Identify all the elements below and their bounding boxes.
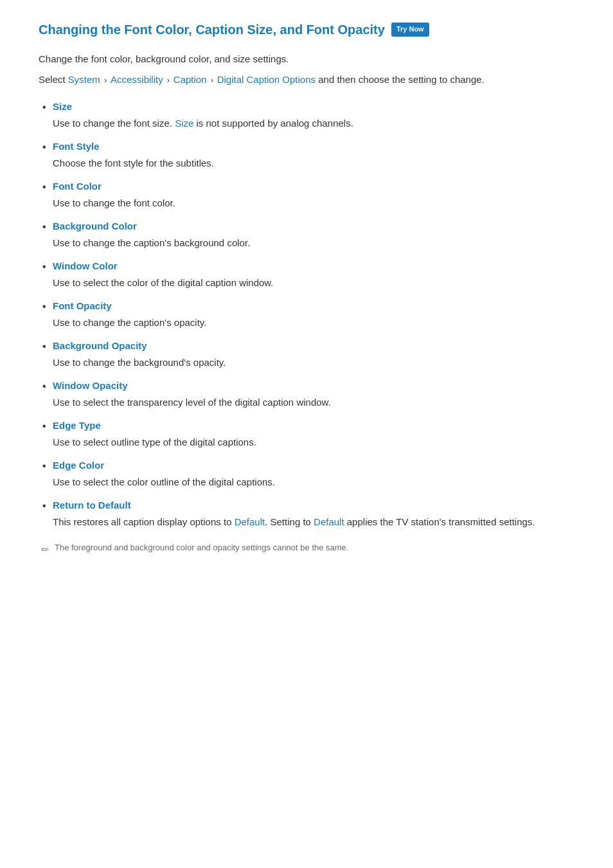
item-title[interactable]: Font Color [53,179,574,194]
intro-text: Change the font color, background color,… [39,51,574,67]
caption-link[interactable]: Caption [173,74,207,85]
list-item: Background Color Use to change the capti… [39,219,574,251]
pencil-icon: ✏ [41,542,49,557]
accessibility-link[interactable]: Accessibility [111,74,163,85]
list-item: Font Opacity Use to change the caption's… [39,298,574,330]
item-desc: Use to select the transparency level of … [53,395,574,410]
list-item: Window Opacity Use to select the transpa… [39,378,574,410]
default-link-2[interactable]: Default [314,516,344,527]
item-desc: Use to change the font color. [53,195,574,211]
items-list: Size Use to change the font size. Size i… [39,99,574,530]
item-desc: Choose the font style for the subtitles. [53,156,574,171]
item-desc: Use to change the caption's background c… [53,235,574,251]
page-title-text: Changing the Font Color, Caption Size, a… [39,19,385,40]
page-container: Changing the Font Color, Caption Size, a… [39,19,574,557]
item-desc: This restores all caption display option… [53,514,574,530]
item-desc: Use to change the background's opacity. [53,355,574,370]
list-item: Edge Color Use to select the color outli… [39,458,574,490]
item-desc: Use to change the font size. Size is not… [53,116,574,131]
list-item: Return to Default This restores all capt… [39,498,574,530]
list-item: Font Style Choose the font style for the… [39,139,574,171]
item-title[interactable]: Size [53,99,574,114]
item-title[interactable]: Edge Color [53,458,574,473]
list-item: Font Color Use to change the font color. [39,179,574,211]
select-suffix: and then choose the setting to change. [318,74,484,85]
chevron-1: › [104,75,109,85]
note-text: The foreground and background color and … [55,541,348,555]
item-title[interactable]: Font Opacity [53,298,574,314]
system-link[interactable]: System [68,74,100,85]
list-item: Background Opacity Use to change the bac… [39,338,574,370]
item-title[interactable]: Return to Default [53,498,574,513]
item-desc: Use to select the color outline of the d… [53,475,574,490]
item-title[interactable]: Window Opacity [53,378,574,393]
select-label: Select [39,74,68,85]
item-desc: Use to select the color of the digital c… [53,275,574,291]
item-title[interactable]: Background Color [53,219,574,234]
item-title[interactable]: Edge Type [53,418,574,433]
item-title[interactable]: Font Style [53,139,574,154]
size-inline-link[interactable]: Size [175,118,193,129]
digital-caption-options-link[interactable]: Digital Caption Options [217,74,315,85]
list-item: Size Use to change the font size. Size i… [39,99,574,131]
item-desc: Use to select outline type of the digita… [53,435,574,450]
try-now-badge[interactable]: Try Now [391,23,429,37]
item-title[interactable]: Background Opacity [53,338,574,354]
chevron-3: › [211,75,216,85]
list-item: Edge Type Use to select outline type of … [39,418,574,450]
item-desc: Use to change the caption's opacity. [53,315,574,330]
page-title: Changing the Font Color, Caption Size, a… [39,19,574,40]
list-item: Window Color Use to select the color of … [39,258,574,291]
select-path: Select System › Accessibility › Caption … [39,72,574,87]
chevron-2: › [167,75,172,85]
default-link-1[interactable]: Default [235,516,265,527]
note-section: ✏ The foreground and background color an… [39,541,574,557]
item-title[interactable]: Window Color [53,258,574,274]
